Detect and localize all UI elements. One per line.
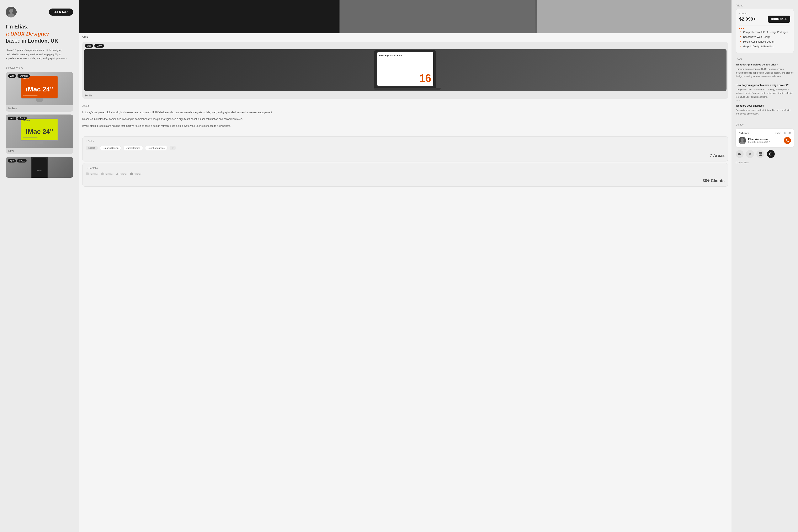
work-card-nova[interactable]: Web SaaS iMac 24" 24 ──────────── iMac 2…	[6, 114, 73, 154]
macbook-base	[374, 88, 440, 90]
zenith-tags: Web UI/UX	[82, 42, 728, 48]
zenith-label: Zenith	[82, 93, 728, 99]
right-column: Pricing Custom $2,999+ BOOK CALL ✓ Compr…	[732, 0, 798, 532]
faqs-label: FAQs	[736, 57, 794, 60]
work-card-app[interactable]: App UI/UX iPhone	[6, 157, 73, 178]
dot-3	[743, 28, 744, 29]
left-column: LET'S TALK I'm Elias, a UI/UX Designer b…	[0, 0, 79, 532]
orbit-image-inner	[79, 0, 732, 33]
faq-item-3: What are your charges? Pricing is projec…	[736, 104, 794, 116]
cal-name: Elias Anderson	[748, 137, 770, 141]
framer2-label: Framer	[134, 173, 141, 175]
skills-title: I. Skills	[86, 140, 725, 143]
cal-phone-button[interactable]	[784, 137, 791, 144]
orbit-light-panel	[537, 0, 732, 33]
cal-location: London (GMT+1)	[774, 132, 791, 134]
framer2-icon	[130, 172, 133, 175]
feature-1: ✓ Comprehensive UI/UX Design Packages	[739, 31, 790, 34]
macbook-number: 16	[419, 73, 431, 83]
hero-text: I'm Elias, a UI/UX Designer based in Lon…	[6, 23, 73, 44]
work-card-horizon[interactable]: Web Branding iMac 24" 24 ──────────── iM…	[6, 72, 73, 112]
portfolio-logo-raycast2: Raycast	[101, 172, 113, 175]
dot-2	[741, 28, 742, 29]
cal-person: Elias Anderson Free 30 minutes Q&A	[739, 137, 791, 144]
feature-4-text: Graphic Design & Branding	[743, 45, 773, 48]
faq-dots-1	[736, 80, 794, 80]
skill-graphic: Graphic Design	[100, 146, 121, 150]
check-icon-1: ✓	[739, 31, 741, 34]
pricing-price: $2,999+	[739, 16, 756, 22]
orbit-label: Orbit	[79, 33, 732, 40]
zenith-image: B-Mockups MacBook Pro 16	[84, 49, 726, 91]
avatar	[6, 7, 17, 17]
faq-dot-2a	[736, 100, 737, 101]
faq-item-1: What design services do you offer? I pro…	[736, 63, 794, 80]
macbook-screen: B-Mockups MacBook Pro 16	[377, 52, 433, 86]
skill-p: P	[170, 146, 176, 150]
portfolio-logos: Raycast Raycast Framer Framer	[86, 172, 725, 175]
nova-tags: Web SaaS	[8, 117, 27, 120]
zenith-card[interactable]: Web UI/UX B-Mockups MacBook Pro 16	[82, 42, 728, 99]
feature-2: ✓ Responsive Web Design	[739, 35, 790, 38]
feature-1-text: Comprehensive UI/UX Design Packages	[743, 31, 788, 34]
faq-question-3: What are your charges?	[736, 104, 794, 107]
about-para-3: If your digital products are missing tha…	[82, 124, 728, 128]
check-icon-4: ✓	[739, 45, 741, 48]
hero-description: I have 10 years of experience as a UI/UX…	[6, 49, 73, 60]
contact-label: Contact	[736, 123, 794, 126]
macbook-body: B-Mockups MacBook Pro 16	[374, 50, 436, 88]
hero-suffix: based in	[6, 38, 28, 44]
social-icons	[736, 150, 794, 158]
other-icon-button[interactable]	[767, 150, 775, 158]
zenith-tag-web: Web	[85, 44, 93, 48]
nova-stand	[36, 141, 43, 144]
faq-dot-1c	[739, 80, 740, 80]
twitter-x-icon-button[interactable]	[746, 150, 754, 158]
check-icon-2: ✓	[739, 35, 741, 38]
selected-works-label: Selected Works	[6, 66, 73, 69]
raycast1-icon	[86, 172, 89, 175]
horizon-title: Horizon	[6, 106, 73, 112]
copyright: © 2024 Elias.	[736, 161, 794, 164]
faq-answer-3: Pricing is project-dependent, tailored t…	[736, 109, 794, 116]
cal-header: Cal.com London (GMT+1)	[739, 132, 791, 135]
pricing-tier: Custom	[739, 12, 790, 15]
hero-name: Elias,	[14, 23, 28, 30]
app-tag-uiux: UI/UX	[17, 159, 27, 163]
contact-section: Contact Cal.com London (GMT+1)	[736, 123, 794, 164]
nova-tag-saas: SaaS	[17, 117, 26, 120]
horizon-tags: Web Branding	[8, 74, 30, 78]
horizon-tag-web: Web	[8, 74, 16, 78]
portfolio-title: II. Portfolio	[86, 167, 725, 170]
faq-dot-1b	[737, 80, 738, 80]
pricing-dots	[739, 28, 790, 29]
lets-talk-button[interactable]: LET'S TALK	[49, 8, 73, 16]
portfolio-logo-raycast1: Raycast	[86, 172, 98, 175]
zenith-tag-uiux: UI/UX	[94, 44, 104, 48]
skills-count: 7 Areas	[86, 153, 725, 158]
portfolio-count: 30+ Clients	[86, 178, 725, 183]
app-tags: App UI/UX	[8, 159, 26, 163]
faq-question-1: What design services do you offer?	[736, 63, 794, 66]
cal-card[interactable]: Cal.com London (GMT+1) Elias Anderson Fr…	[736, 129, 794, 147]
app-tag-app: App	[8, 159, 16, 163]
about-para-1: In today's fast-paced digital world, bus…	[82, 110, 728, 114]
skills-row: Design Graphic Design User Interface Use…	[86, 146, 725, 150]
orbit-gray-panel	[340, 0, 535, 33]
framer1-icon	[116, 172, 119, 175]
portfolio-card: II. Portfolio Raycast Raycast Framer Fra…	[82, 163, 728, 187]
left-header: LET'S TALK	[6, 7, 73, 17]
about-section: About In today's fast-paced digital worl…	[79, 100, 732, 135]
linkedin-icon-button[interactable]	[757, 150, 764, 158]
orbit-image	[79, 0, 732, 33]
svg-point-1	[9, 9, 13, 13]
book-call-button[interactable]: BOOK CALL	[768, 16, 790, 23]
feature-3-text: Mobile App Interface Design	[743, 40, 774, 43]
horizon-stand	[36, 98, 43, 102]
email-icon-button[interactable]	[736, 150, 744, 158]
cal-avatar	[739, 137, 746, 144]
pricing-divider	[739, 25, 790, 26]
portfolio-logo-framer2: Framer	[130, 172, 141, 175]
skill-ui: User Interface	[123, 146, 143, 150]
raycast2-label: Raycast	[104, 173, 113, 175]
